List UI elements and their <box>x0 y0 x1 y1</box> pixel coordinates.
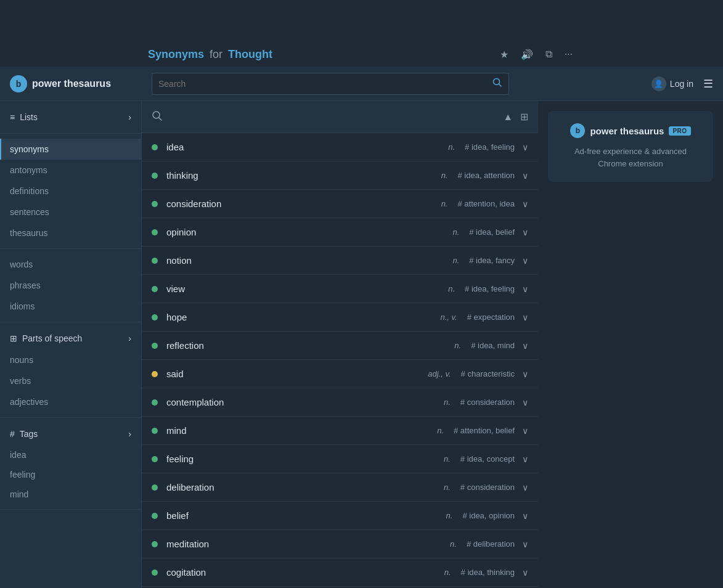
nouns-label: nouns <box>10 355 33 365</box>
synonym-expand-button[interactable]: ∨ <box>522 171 528 181</box>
synonym-dot <box>152 343 158 349</box>
more-button[interactable]: ··· <box>562 46 575 62</box>
synonym-dot <box>152 371 158 377</box>
table-row[interactable]: thinking n. # idea, attention ∨ <box>142 161 538 190</box>
tag-item-mind[interactable]: mind <box>0 484 141 504</box>
table-row[interactable]: deliberation n. # consideration ∨ <box>142 473 538 502</box>
antonyms-label: antonyms <box>10 165 47 175</box>
list-icon: ≡ <box>10 112 15 122</box>
star-button[interactable]: ★ <box>497 46 511 63</box>
table-row[interactable]: meditation n. # deliberation ∨ <box>142 530 538 558</box>
synonym-expand-button[interactable]: ∨ <box>522 483 528 492</box>
table-row[interactable]: hope n., v. # expectation ∨ <box>142 303 538 332</box>
synonym-tags: # idea, attention <box>457 171 515 180</box>
svg-line-3 <box>159 117 162 120</box>
login-label: Log in <box>670 79 693 89</box>
sidebar-item-words[interactable]: words <box>0 254 141 275</box>
synonym-tags: # idea, concept <box>460 454 515 463</box>
tag-item-idea[interactable]: idea <box>0 445 141 465</box>
table-row[interactable]: belief n. # idea, opinion ∨ <box>142 502 538 530</box>
header-right: 👤 Log in ☰ <box>652 76 713 91</box>
synonym-word: deliberation <box>166 482 444 492</box>
table-row[interactable]: consideration n. # attention, idea ∨ <box>142 190 538 218</box>
sidebar-item-antonyms[interactable]: antonyms <box>0 160 141 181</box>
nav-section: synonyms antonyms definitions sentences … <box>0 134 141 249</box>
table-row[interactable]: idea n. # idea, feeling ∨ <box>142 133 538 161</box>
search-button[interactable] <box>492 78 502 90</box>
copy-button[interactable]: ⧉ <box>543 46 555 62</box>
lists-header[interactable]: ≡ Lists › <box>0 106 141 128</box>
words-label: words <box>10 259 33 269</box>
sound-button[interactable]: 🔊 <box>518 46 536 63</box>
synonym-pos: n. <box>448 142 455 152</box>
right-sidebar: b power thesaurus PRO Ad-free experience… <box>538 101 723 588</box>
synonym-expand-button[interactable]: ∨ <box>522 256 528 266</box>
synonym-expand-button[interactable]: ∨ <box>522 227 528 237</box>
toolbar-search-icon <box>152 110 163 124</box>
synonym-tags: # idea, opinion <box>462 511 515 520</box>
content-toolbar: ▲ ⊞ <box>142 101 538 133</box>
synonym-expand-button[interactable]: ∨ <box>522 568 528 578</box>
synonym-expand-button[interactable]: ∨ <box>522 341 528 351</box>
top-ad-bar <box>0 0 723 42</box>
synonym-expand-button[interactable]: ∨ <box>522 199 528 209</box>
synonym-expand-button[interactable]: ∨ <box>522 539 528 549</box>
synonym-dot <box>152 286 158 292</box>
search-input[interactable] <box>158 79 488 89</box>
table-row[interactable]: opinion n. # idea, belief ∨ <box>142 218 538 247</box>
synonym-expand-button[interactable]: ∨ <box>522 426 528 436</box>
tags-header[interactable]: # Tags › <box>0 423 141 445</box>
synonym-dot <box>152 173 158 179</box>
pos-header[interactable]: ⊞ Parts of speech › <box>0 327 141 349</box>
sidebar-item-verbs[interactable]: verbs <box>0 370 141 391</box>
sidebar-item-thesaurus[interactable]: thesaurus <box>0 223 141 243</box>
synonym-pos: n. <box>452 256 459 265</box>
synonym-expand-button[interactable]: ∨ <box>522 312 528 322</box>
title-for: for <box>210 48 223 61</box>
synonym-tags: # idea, fancy <box>469 256 515 265</box>
synonym-expand-button[interactable]: ∨ <box>522 398 528 407</box>
synonym-dot <box>152 144 158 150</box>
table-row[interactable]: said adj., v. # characteristic ∨ <box>142 360 538 388</box>
synonym-pos: adj., v. <box>428 369 451 378</box>
table-row[interactable]: feeling n. # idea, concept ∨ <box>142 445 538 473</box>
synonym-dot <box>152 484 158 491</box>
synonym-word: mind <box>166 425 437 436</box>
table-row[interactable]: cogitation n. # idea, thinking ∨ <box>142 558 538 587</box>
synonym-pos: n. <box>444 398 451 407</box>
synonym-expand-button[interactable]: ∨ <box>522 284 528 294</box>
sidebar-item-adjectives[interactable]: adjectives <box>0 391 141 412</box>
pos-label: Parts of speech <box>22 333 82 343</box>
sidebar-item-nouns[interactable]: nouns <box>0 349 141 370</box>
table-row[interactable]: mind n. # attention, belief ∨ <box>142 417 538 445</box>
sidebar-item-synonyms[interactable]: synonyms <box>0 139 141 160</box>
pos-chevron-icon: › <box>128 333 131 343</box>
table-row[interactable]: notion n. # idea, fancy ∨ <box>142 247 538 275</box>
synonym-dot <box>152 541 158 547</box>
synonym-tags: # attention, idea <box>457 199 515 208</box>
pro-logo-text: power thesaurus <box>590 126 664 136</box>
table-row[interactable]: contemplation n. # consideration ∨ <box>142 388 538 417</box>
tag-item-feeling[interactable]: feeling <box>0 465 141 484</box>
person-sort-button[interactable]: ▲ <box>503 112 513 123</box>
synonym-tags: # idea, mind <box>471 341 515 350</box>
synonym-expand-button[interactable]: ∨ <box>522 369 528 379</box>
search-bar[interactable] <box>152 73 509 95</box>
avatar-icon: 👤 <box>652 76 666 91</box>
synonym-expand-button[interactable]: ∨ <box>522 454 528 464</box>
filter-sliders-button[interactable]: ⊞ <box>520 111 528 123</box>
hamburger-button[interactable]: ☰ <box>703 77 713 91</box>
logo-icon: b <box>10 75 27 92</box>
synonym-word: idea <box>166 142 448 152</box>
synonym-expand-button[interactable]: ∨ <box>522 142 528 152</box>
sidebar-item-definitions[interactable]: definitions <box>0 181 141 202</box>
sidebar-item-phrases[interactable]: phrases <box>0 275 141 296</box>
table-row[interactable]: view n. # idea, feeling ∨ <box>142 275 538 303</box>
sidebar-item-sentences[interactable]: sentences <box>0 202 141 223</box>
sidebar-item-idioms[interactable]: idioms <box>0 296 141 317</box>
synonym-pos: n. <box>444 568 451 577</box>
synonym-pos: n. <box>441 199 448 208</box>
table-row[interactable]: reflection n. # idea, mind ∨ <box>142 332 538 360</box>
synonym-expand-button[interactable]: ∨ <box>522 511 528 521</box>
login-button[interactable]: 👤 Log in <box>652 76 693 91</box>
